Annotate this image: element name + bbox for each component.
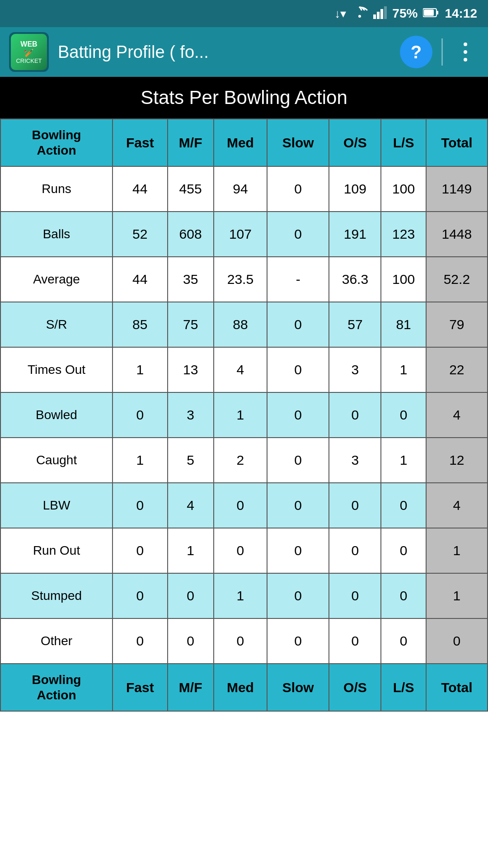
row-data-cell: 57 (329, 302, 381, 347)
row-data-cell: 1 (113, 347, 167, 392)
col-header-bowling-action: BowlingAction (0, 119, 113, 166)
row-data-cell: 0 (267, 438, 329, 483)
svg-rect-1 (373, 14, 376, 19)
row-label-cell: LBW (0, 483, 113, 528)
row-data-cell: 608 (168, 212, 214, 257)
row-data-cell: 0 (267, 212, 329, 257)
row-total-cell: 52.2 (426, 257, 488, 302)
row-data-cell: 1 (113, 438, 167, 483)
row-data-cell: 35 (168, 257, 214, 302)
wifi-icon: ↓▾ (334, 7, 346, 21)
row-data-cell: 0 (329, 573, 381, 618)
time-display: 14:12 (445, 6, 477, 21)
row-total-cell: 1448 (426, 212, 488, 257)
row-data-cell: 1 (381, 438, 426, 483)
footer-med: Med (214, 664, 267, 711)
row-label-cell: Stumped (0, 573, 113, 618)
overflow-menu-button[interactable] (452, 38, 479, 66)
row-data-cell: 5 (168, 438, 214, 483)
row-total-cell: 4 (426, 392, 488, 438)
table-header-row: BowlingAction Fast M/F Med Slow O/S L/S … (0, 119, 488, 166)
section-title: Stats Per Bowling Action (141, 87, 347, 108)
row-label-cell: Runs (0, 166, 113, 212)
row-data-cell: 0 (267, 528, 329, 573)
row-data-cell: 1 (381, 347, 426, 392)
table-row: Times Out113403122 (0, 347, 488, 392)
row-data-cell: 13 (168, 347, 214, 392)
row-label-cell: Caught (0, 438, 113, 483)
table-row: Caught15203112 (0, 438, 488, 483)
row-total-cell: 79 (426, 302, 488, 347)
row-data-cell: 75 (168, 302, 214, 347)
svg-point-0 (358, 15, 361, 18)
row-data-cell: 0 (381, 528, 426, 573)
col-header-med: Med (214, 119, 267, 166)
row-data-cell: - (267, 257, 329, 302)
row-data-cell: 0 (113, 618, 167, 664)
col-header-total: Total (426, 119, 488, 166)
table-row: Other0000000 (0, 618, 488, 664)
row-data-cell: 1 (214, 573, 267, 618)
table-row: Stumped0010001 (0, 573, 488, 618)
table-row: Runs444559401091001149 (0, 166, 488, 212)
row-total-cell: 0 (426, 618, 488, 664)
footer-total: Total (426, 664, 488, 711)
row-total-cell: 1149 (426, 166, 488, 212)
row-data-cell: 44 (113, 257, 167, 302)
row-data-cell: 0 (113, 528, 167, 573)
help-button[interactable]: ? (400, 36, 432, 68)
row-data-cell: 191 (329, 212, 381, 257)
menu-dot-1 (464, 42, 467, 46)
row-data-cell: 94 (214, 166, 267, 212)
table-footer-row: BowlingAction Fast M/F Med Slow O/S L/S … (0, 664, 488, 711)
row-data-cell: 0 (267, 347, 329, 392)
row-total-cell: 4 (426, 483, 488, 528)
row-data-cell: 36.3 (329, 257, 381, 302)
col-header-slow: Slow (267, 119, 329, 166)
footer-mf: M/F (168, 664, 214, 711)
row-data-cell: 0 (168, 618, 214, 664)
stats-table-container: BowlingAction Fast M/F Med Slow O/S L/S … (0, 118, 488, 712)
row-data-cell: 4 (214, 347, 267, 392)
row-data-cell: 81 (381, 302, 426, 347)
menu-dot-3 (464, 58, 467, 61)
divider (441, 38, 443, 66)
row-data-cell: 0 (267, 483, 329, 528)
row-data-cell: 0 (329, 618, 381, 664)
battery-percentage: 75% (392, 6, 418, 21)
row-label-cell: Balls (0, 212, 113, 257)
row-data-cell: 109 (329, 166, 381, 212)
row-data-cell: 123 (381, 212, 426, 257)
row-label-cell: S/R (0, 302, 113, 347)
row-data-cell: 0 (267, 573, 329, 618)
footer-slow: Slow (267, 664, 329, 711)
row-data-cell: 100 (381, 257, 426, 302)
svg-rect-7 (424, 9, 434, 16)
row-data-cell: 455 (168, 166, 214, 212)
signal-bars-icon (373, 5, 387, 22)
row-data-cell: 0 (381, 618, 426, 664)
wifi-signal-icon (352, 5, 368, 22)
table-row: LBW0400004 (0, 483, 488, 528)
status-icons: ↓▾ 75% 14:12 (334, 5, 477, 22)
help-icon: ? (411, 42, 422, 62)
row-data-cell: 44 (113, 166, 167, 212)
footer-os: O/S (329, 664, 381, 711)
app-bar: WEB 🏏 CRICKET Batting Profile ( fo... ? (0, 27, 488, 77)
section-title-bar: Stats Per Bowling Action (0, 77, 488, 118)
row-label-cell: Times Out (0, 347, 113, 392)
row-data-cell: 1 (168, 528, 214, 573)
row-label-cell: Run Out (0, 528, 113, 573)
row-data-cell: 23.5 (214, 257, 267, 302)
row-data-cell: 0 (113, 483, 167, 528)
col-header-fast: Fast (113, 119, 167, 166)
svg-rect-6 (436, 11, 438, 14)
row-data-cell: 3 (168, 392, 214, 438)
row-data-cell: 0 (214, 618, 267, 664)
svg-rect-4 (384, 6, 387, 19)
row-data-cell: 0 (381, 392, 426, 438)
footer-ls: L/S (381, 664, 426, 711)
status-bar: ↓▾ 75% 14:12 (0, 0, 488, 27)
col-header-os: O/S (329, 119, 381, 166)
row-data-cell: 0 (329, 528, 381, 573)
